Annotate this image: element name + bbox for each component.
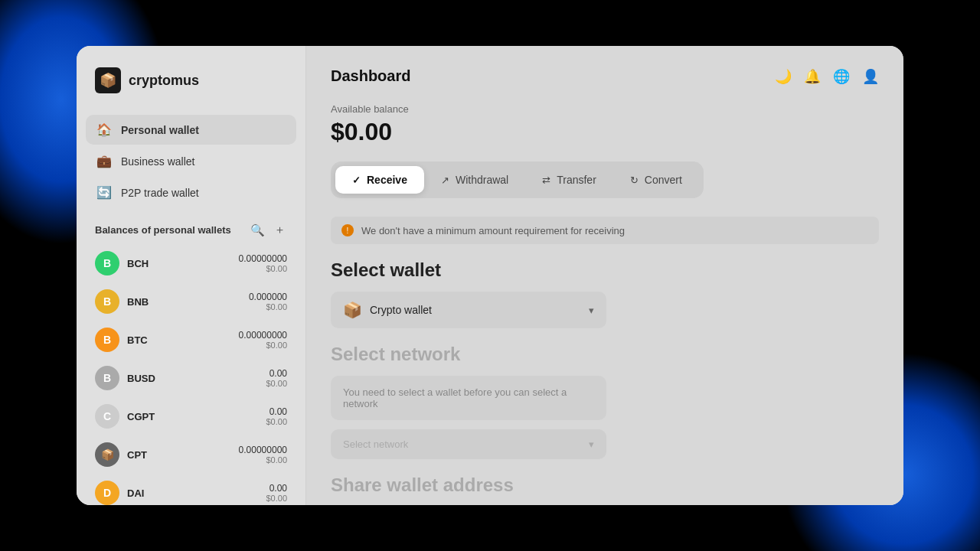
sidebar-label-p2p-trade: P2P trade wallet [121, 187, 199, 199]
wallet-item-btc[interactable]: B BTC 0.00000000 $0.00 [86, 321, 296, 358]
balance-section: Available balance $0.00 [331, 103, 879, 146]
logo-area: 📦 cryptomus [77, 67, 305, 115]
network-select-placeholder: Select network [343, 439, 408, 450]
select-network-title: Select network [331, 344, 879, 365]
notifications-button[interactable]: 🔔 [804, 68, 821, 85]
logo-text: cryptomus [129, 73, 199, 89]
coin-name-bnb: BNB [127, 296, 249, 308]
info-icon: ! [341, 224, 354, 236]
sidebar-label-business-wallet: Business wallet [121, 155, 195, 168]
header-icons: 🌙 🔔 🌐 👤 [775, 68, 879, 85]
coin-name-bch: BCH [127, 258, 239, 269]
coin-balance-bnb: 0.000000 $0.00 [249, 292, 287, 311]
wallet-item-busd[interactable]: B BUSD 0.00 $0.00 [86, 360, 296, 396]
wallet-item-cgpt[interactable]: C CGPT 0.00 $0.00 [86, 398, 296, 435]
coin-balance-bch: 0.00000000 $0.00 [239, 253, 287, 273]
wallet-dropdown-icon: 📦 [343, 301, 362, 319]
withdrawal-icon: ↗ [441, 174, 449, 186]
balances-section-header: Balances of personal wallets 🔍 ＋ [77, 209, 305, 245]
add-wallet-button[interactable]: ＋ [273, 221, 287, 239]
transfer-icon: ⇄ [542, 174, 550, 186]
coin-name-cpt: CPT [127, 449, 239, 461]
network-chevron-icon: ▾ [589, 439, 594, 450]
network-warning: You need to select a wallet before you c… [331, 376, 606, 420]
language-button[interactable]: 🌐 [833, 68, 850, 85]
balances-title: Balances of personal wallets [95, 224, 231, 236]
sidebar-item-p2p-trade[interactable]: 🔄 P2P trade wallet [86, 178, 296, 207]
sidebar-label-personal-wallet: Personal wallet [121, 124, 199, 136]
chevron-down-icon: ▾ [589, 305, 594, 316]
nav-items: 🏠 Personal wallet 💼 Business wallet 🔄 P2… [77, 115, 305, 209]
coin-name-btc: BTC [127, 334, 239, 346]
coin-icon-dai: D [95, 481, 119, 505]
tab-transfer[interactable]: ⇄Transfer [525, 166, 613, 194]
home-icon: 🏠 [96, 122, 112, 137]
coin-icon-cgpt: C [95, 404, 119, 429]
top-header: Dashboard 🌙 🔔 🌐 👤 [331, 67, 879, 85]
coin-balance-cgpt: 0.00 $0.00 [266, 406, 287, 426]
info-banner-text: We don't have a minimum amount requireme… [361, 225, 625, 236]
wallet-dropdown[interactable]: 📦 Crypto wallet ▾ [331, 292, 606, 328]
wallet-item-cpt[interactable]: 📦 CPT 0.00000000 $0.00 [86, 436, 296, 473]
p2p-icon: 🔄 [96, 185, 112, 200]
wallet-list: B BCH 0.00000000 $0.00 B BNB 0.000000 $0… [77, 245, 305, 505]
coin-name-busd: BUSD [127, 373, 266, 384]
select-wallet-title: Select wallet [331, 259, 879, 281]
info-banner: ! We don't have a minimum amount require… [331, 217, 879, 244]
network-select-dropdown[interactable]: Select network ▾ [331, 429, 606, 459]
coin-name-dai: DAI [127, 487, 266, 499]
convert-icon: ↻ [630, 174, 639, 186]
profile-button[interactable]: 👤 [862, 68, 879, 85]
search-button[interactable]: 🔍 [249, 221, 266, 239]
coin-icon-busd: B [95, 366, 119, 390]
wallet-item-bch[interactable]: B BCH 0.00000000 $0.00 [86, 245, 296, 282]
sidebar-item-business-wallet[interactable]: 💼 Business wallet [86, 146, 296, 176]
coin-icon-cpt: 📦 [95, 442, 119, 467]
wallet-item-bnb[interactable]: B BNB 0.000000 $0.00 [86, 283, 296, 320]
logo-icon: 📦 [95, 67, 121, 93]
business-icon: 💼 [96, 154, 112, 168]
tab-withdrawal[interactable]: ↗Withdrawal [424, 166, 525, 194]
coin-balance-btc: 0.00000000 $0.00 [239, 330, 287, 350]
available-balance-label: Available balance [331, 103, 879, 115]
tab-receive[interactable]: ✓Receive [335, 166, 424, 194]
sidebar-item-personal-wallet[interactable]: 🏠 Personal wallet [86, 115, 296, 145]
share-wallet-title: Share wallet address [331, 474, 879, 496]
coin-name-cgpt: CGPT [127, 411, 266, 422]
main-card: 📦 cryptomus 🏠 Personal wallet 💼 Business… [77, 46, 903, 505]
coin-balance-busd: 0.00 $0.00 [266, 368, 287, 388]
action-tabs: ✓Receive↗Withdrawal⇄Transfer↻Convert [331, 161, 704, 198]
coin-icon-bch: B [95, 251, 119, 276]
sidebar: 📦 cryptomus 🏠 Personal wallet 💼 Business… [77, 46, 306, 505]
coin-icon-btc: B [95, 328, 119, 352]
page-title: Dashboard [331, 67, 410, 85]
balance-amount: $0.00 [331, 118, 879, 146]
dark-mode-button[interactable]: 🌙 [775, 68, 792, 85]
wallet-item-dai[interactable]: D DAI 0.00 $0.00 [86, 474, 296, 505]
main-content: Dashboard 🌙 🔔 🌐 👤 Available balance $0.0… [306, 46, 903, 505]
coin-balance-dai: 0.00 $0.00 [266, 483, 287, 503]
section-actions: 🔍 ＋ [249, 221, 287, 239]
wallet-dropdown-label: Crypto wallet [370, 304, 581, 316]
coin-balance-cpt: 0.00000000 $0.00 [239, 445, 287, 465]
coin-icon-bnb: B [95, 289, 119, 314]
tab-convert[interactable]: ↻Convert [613, 166, 699, 194]
receive-icon: ✓ [352, 174, 361, 186]
